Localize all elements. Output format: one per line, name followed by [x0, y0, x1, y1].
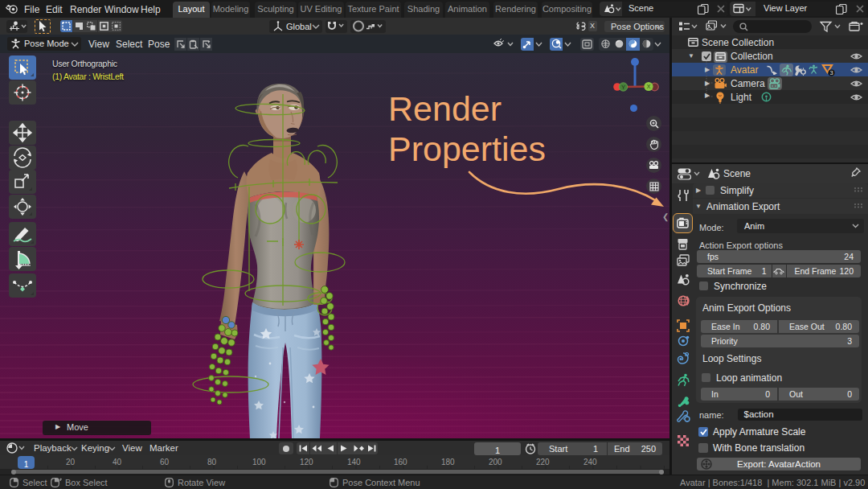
svg-text:Y: Y [621, 84, 625, 90]
svg-text:X: X [647, 84, 651, 89]
svg-text:3: 3 [829, 69, 833, 76]
